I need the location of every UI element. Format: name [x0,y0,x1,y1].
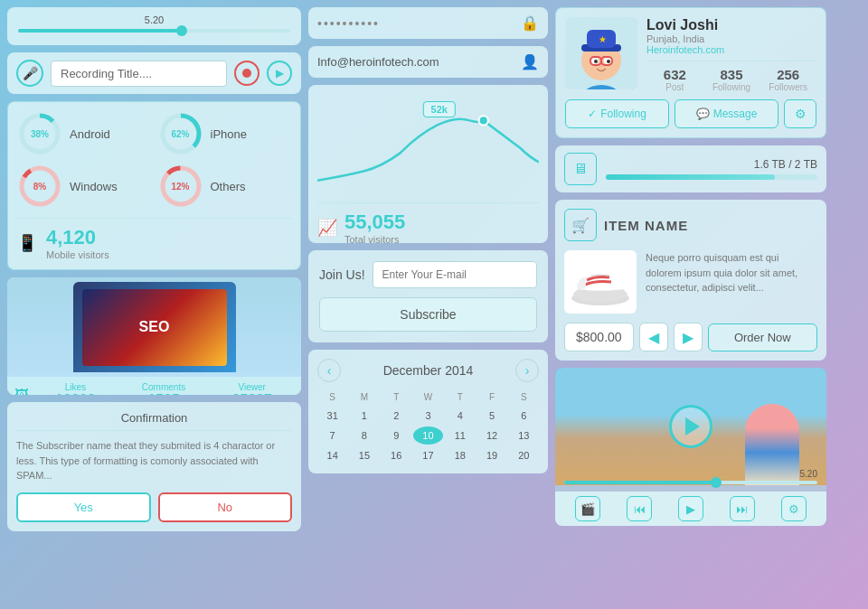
column-2: 🔒 👤 52k 📈 55,055 Total visitors Join Us! [308,7,548,602]
quantity-increase-button[interactable]: ▶ [674,323,703,351]
quantity-decrease-button[interactable]: ◀ [639,323,668,351]
cal-day[interactable]: 5 [476,407,506,425]
visitors-label: Mobile visitors [46,249,109,260]
cal-day[interactable]: 1 [349,407,379,425]
lock-icon: 🔒 [521,14,539,32]
film-control-button[interactable]: 🎬 [575,496,600,521]
previous-button[interactable]: ⏮ [627,496,652,521]
confirmation-buttons: Yes No [16,492,292,522]
slider-fill [18,29,182,33]
subscribe-panel: Join Us! Subscribe [308,250,548,342]
message-icon: 💬 [696,108,710,120]
cal-day[interactable]: 17 [413,446,443,464]
calendar-panel: ‹ December 2014 › S M T W T F S 31 1 2 3… [308,350,548,473]
item-footer: $800.00 ◀ ▶ Order Now [564,323,817,351]
cal-day[interactable]: 3 [413,407,443,425]
followers-count: 256 [760,67,816,82]
cal-day[interactable]: 14 [317,446,347,464]
cal-day[interactable]: 16 [382,446,411,464]
yes-button[interactable]: Yes [16,492,151,522]
play-control-button[interactable]: ▶ [678,496,703,521]
subscribe-button[interactable]: Subscribe [319,297,537,332]
cal-header-wed: W [413,389,443,405]
cal-day[interactable]: 15 [349,446,379,464]
cal-day-today[interactable]: 10 [413,426,443,445]
svg-point-8 [479,116,488,125]
slider-track[interactable] [18,29,290,33]
item-body: Neque porro quisquam est qui dolorem ips… [564,250,817,314]
password-input[interactable] [317,16,514,31]
chart-stats: 📈 55,055 Total visitors [317,202,539,245]
laptop-image-area: SEO [7,277,301,377]
cal-day[interactable]: 6 [509,407,539,425]
cal-day[interactable]: 18 [445,446,475,464]
record-button[interactable] [234,61,259,86]
video-settings-button[interactable]: ⚙ [781,496,807,521]
stats-panel: 38% Android 62% iPhone [7,101,301,270]
column-1: 5.20 🎤 ▶ 38% [7,7,301,602]
video-slider-thumb[interactable] [711,477,722,488]
iphone-donut: 62% [158,111,203,156]
message-button[interactable]: 💬 Message [675,99,778,128]
item-description: Neque porro quisquam est qui dolorem ips… [646,250,817,314]
others-donut: 12% [158,164,203,209]
item-name: ITEM NAME [604,218,688,233]
likes-count: 12200 [33,392,118,395]
following-stat: 835 Following [703,67,760,92]
chart-info: 55,055 Total visitors [344,211,405,245]
email-input[interactable] [317,55,514,69]
cal-day[interactable]: 13 [509,426,539,445]
play-button[interactable]: ▶ [267,61,292,86]
recording-title-input[interactable] [51,61,227,87]
cal-day[interactable]: 19 [476,446,506,464]
video-slider-value: 5.20 [564,469,817,479]
next-icon: ⏭ [736,502,748,516]
video-play-button[interactable] [669,405,712,448]
chart-svg [317,94,539,202]
cal-day[interactable]: 8 [349,426,379,445]
no-button[interactable]: No [158,492,293,522]
order-now-button[interactable]: Order Now [708,323,817,351]
viewer-label: Viewer [210,382,294,392]
cal-day[interactable]: 12 [476,426,506,445]
cal-day[interactable]: 11 [445,426,475,445]
laptop-panel: SEO 🖼 Likes 12200 Comments 1505 Viewer 2… [7,277,301,395]
social-stats-bar: 🖼 Likes 12200 Comments 1505 Viewer 25007 [7,377,301,395]
calendar-prev-button[interactable]: ‹ [317,359,341,382]
avatar: ★ [565,17,637,89]
profile-actions: ✓ Following 💬 Message ⚙ [565,99,816,128]
profile-top: ★ Lovi Joshi Punjab, India Heroi [565,17,816,92]
post-stat: 632 Post [646,67,703,92]
confirmation-panel: Confirmation The Subscriber name theat t… [7,402,301,531]
avatar-svg: ★ [565,17,637,89]
password-panel: 🔒 [308,7,548,39]
svg-point-17 [594,60,598,63]
viewer-count: 25007 [210,392,294,395]
next-button[interactable]: ⏭ [730,496,755,521]
item-panel: 🛒 ITEM NAME N [555,200,826,361]
others-label: Others [211,180,246,193]
slider-panel: 5.20 [7,7,301,45]
join-email-input[interactable] [373,261,537,288]
recording-bar: 🎤 ▶ [7,52,301,94]
profile-panel: ★ Lovi Joshi Punjab, India Heroi [555,7,826,138]
iphone-label: iPhone [211,127,247,141]
storage-text: 1.6 TB / 2 TB [606,158,817,171]
calendar-next-button[interactable]: › [515,359,539,382]
profile-stats: 632 Post 835 Following 256 Followers [646,61,816,92]
following-count: 835 [703,67,760,82]
android-percent: 38% [31,129,49,139]
slider-thumb[interactable] [176,25,187,36]
cal-day[interactable]: 9 [382,426,411,445]
cal-day[interactable]: 2 [382,407,411,425]
viewer-stat: Viewer 25007 [210,382,294,395]
mic-icon[interactable]: 🎤 [16,60,43,87]
confirmation-title: Confirmation [16,411,292,431]
cal-day[interactable]: 7 [317,426,347,445]
settings-button[interactable]: ⚙ [784,99,816,128]
cal-day[interactable]: 20 [509,446,539,464]
cal-day[interactable]: 4 [445,407,475,425]
video-slider-track[interactable] [564,481,817,484]
following-button[interactable]: ✓ Following [565,99,669,128]
cal-day[interactable]: 31 [317,407,347,425]
